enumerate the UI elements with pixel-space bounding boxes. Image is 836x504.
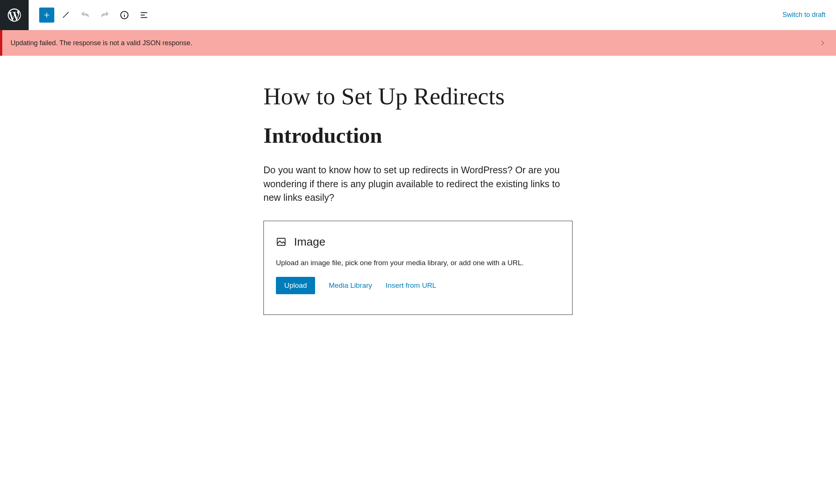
undo-button[interactable] <box>77 7 93 23</box>
undo-icon <box>80 10 90 20</box>
error-notice: Updating failed. The response is not a v… <box>0 30 836 56</box>
paragraph-block[interactable]: Do you want to know how to set up redire… <box>263 163 573 204</box>
wordpress-icon <box>6 7 22 23</box>
error-message-text: Updating failed. The response is not a v… <box>11 39 192 47</box>
redo-icon <box>100 10 110 20</box>
add-block-button[interactable] <box>39 8 54 23</box>
image-block-title: Image <box>294 235 325 248</box>
editor-canvas: How to Set Up Redirects Introduction Do … <box>0 56 836 338</box>
image-block-description: Upload an image file, pick one from your… <box>276 259 560 267</box>
switch-to-draft-button[interactable]: Switch to draft <box>782 11 825 18</box>
svg-rect-3 <box>141 12 147 13</box>
media-library-button[interactable]: Media Library <box>329 281 372 290</box>
editor-top-toolbar: Switch to draft <box>0 0 836 30</box>
dismiss-notice-button[interactable] <box>817 38 828 48</box>
svg-rect-5 <box>141 17 147 18</box>
image-icon <box>276 237 286 247</box>
tools-button[interactable] <box>57 7 74 23</box>
svg-point-2 <box>124 13 125 14</box>
chevron-right-icon <box>819 39 826 47</box>
plus-icon <box>42 10 52 20</box>
list-view-icon <box>139 10 149 20</box>
outline-button[interactable] <box>136 7 152 23</box>
image-block-placeholder[interactable]: Image Upload an image file, pick one fro… <box>263 221 573 315</box>
pencil-icon <box>61 10 70 20</box>
wordpress-logo-button[interactable] <box>0 0 29 30</box>
insert-from-url-button[interactable]: Insert from URL <box>386 281 436 290</box>
heading-block[interactable]: Introduction <box>263 123 573 148</box>
upload-button[interactable]: Upload <box>276 277 315 294</box>
details-button[interactable] <box>116 7 133 23</box>
redo-button[interactable] <box>96 7 113 23</box>
svg-rect-4 <box>141 14 145 15</box>
info-icon <box>119 10 129 20</box>
post-title[interactable]: How to Set Up Redirects <box>263 82 573 111</box>
